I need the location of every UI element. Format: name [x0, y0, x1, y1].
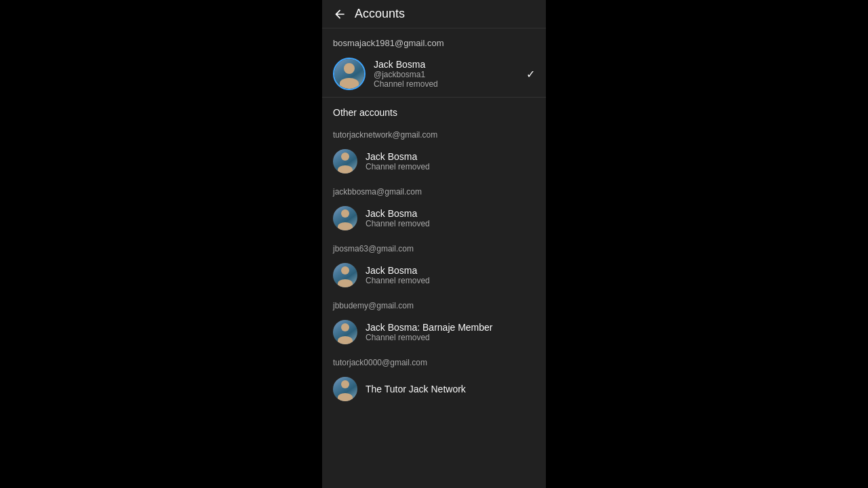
account-status: Channel removed: [366, 276, 535, 285]
account-handle: @jackbosma1: [374, 70, 521, 79]
email-divider-0: tutorjacknetwork@gmail.com: [322, 123, 546, 142]
back-button[interactable]: [333, 7, 347, 21]
avatar: [333, 320, 357, 344]
account-info: Jack Bosma Channel removed: [366, 151, 535, 171]
avatar-image: [333, 263, 357, 287]
account-name: Jack Bosma: [366, 151, 535, 162]
avatar: [333, 206, 357, 230]
header: Accounts: [322, 0, 546, 28]
account-info: Jack Bosma Channel removed: [366, 265, 535, 285]
account-status: Channel removed: [366, 333, 535, 342]
email-divider-4: tutorjack0000@gmail.com: [322, 351, 546, 370]
avatar-image: [334, 59, 364, 89]
other-account-row-2[interactable]: Jack Bosma Channel removed: [322, 256, 546, 294]
account-info: Jack Bosma Channel removed: [366, 208, 535, 228]
avatar-image: [333, 149, 357, 174]
primary-account-section: bosmajack1981@gmail.com Jack Bosma @jack…: [322, 28, 546, 98]
avatar: [333, 58, 366, 90]
primary-email: bosmajack1981@gmail.com: [322, 28, 546, 51]
other-accounts-label: Other accounts: [322, 98, 546, 123]
account-name: Jack Bosma: Barnaje Member: [366, 322, 535, 333]
email-divider-3: jbbudemy@gmail.com: [322, 294, 546, 313]
avatar-image: [333, 320, 357, 344]
account-info: Jack Bosma: Barnaje Member Channel remov…: [366, 322, 535, 342]
account-status: Channel removed: [366, 162, 535, 171]
account-name: Jack Bosma: [366, 208, 535, 219]
account-name: The Tutor Jack Network: [366, 384, 535, 394]
account-name: Jack Bosma: [374, 59, 521, 70]
page-title: Accounts: [355, 7, 405, 21]
avatar-image: [333, 206, 357, 230]
selected-check-icon: ✓: [526, 68, 535, 81]
avatar: [333, 263, 357, 287]
account-name: Jack Bosma: [366, 265, 535, 276]
other-account-row-4[interactable]: The Tutor Jack Network: [322, 370, 546, 408]
avatar-image: [333, 377, 357, 401]
primary-account-row[interactable]: Jack Bosma @jackbosma1 Channel removed ✓: [322, 51, 546, 97]
account-status: Channel removed: [374, 79, 521, 89]
other-account-row-1[interactable]: Jack Bosma Channel removed: [322, 199, 546, 237]
other-account-row-0[interactable]: Jack Bosma Channel removed: [322, 142, 546, 180]
email-divider-1: jackbbosma@gmail.com: [322, 180, 546, 199]
account-status: Channel removed: [366, 219, 535, 228]
account-info: Jack Bosma @jackbosma1 Channel removed: [374, 59, 521, 89]
other-account-row-3[interactable]: Jack Bosma: Barnaje Member Channel remov…: [322, 313, 546, 351]
accounts-panel: Accounts bosmajack1981@gmail.com Jack Bo…: [322, 0, 546, 488]
email-divider-2: jbosma63@gmail.com: [322, 237, 546, 256]
account-info: The Tutor Jack Network: [366, 384, 535, 394]
avatar: [333, 149, 357, 174]
avatar: [333, 377, 357, 401]
other-accounts-section: Other accounts tutorjacknetwork@gmail.co…: [322, 98, 546, 488]
